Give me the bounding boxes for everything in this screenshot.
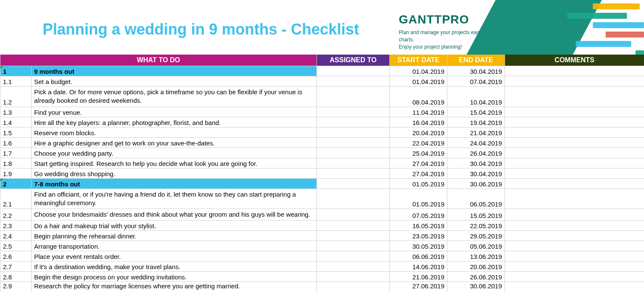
row-end-date: 21.04.2019 <box>447 127 505 137</box>
row-what: Arrange transportation. <box>32 241 317 251</box>
row-number: 1.6 <box>0 137 32 148</box>
table-header-row: WHAT TO DO ASSIGNED TO START DATE END DA… <box>0 55 644 66</box>
row-what: Go wedding dress shopping. <box>32 168 317 178</box>
section-row[interactable]: 19 months out01.04.201930.04.2019 <box>0 66 644 76</box>
table-row[interactable]: 1.9Go wedding dress shopping.27.04.20193… <box>0 168 644 178</box>
table-row[interactable]: 1.3Find your venue.11.04.201915.04.2019 <box>0 107 644 117</box>
row-start-date: 01.05.2019 <box>390 189 447 209</box>
brand-art <box>508 0 644 55</box>
row-comments <box>505 241 644 251</box>
table-row[interactable]: 1.5Reserve room blocks.20.04.201921.04.2… <box>0 127 644 137</box>
table-row[interactable]: 1.6Hire a graphic designer and get to wo… <box>0 137 644 148</box>
row-assigned <box>317 251 390 261</box>
header-area: Planning a wedding in 9 months - Checkli… <box>0 0 644 55</box>
row-end-date: 30.04.2019 <box>447 158 505 168</box>
row-number: 1.8 <box>0 158 32 168</box>
table-row[interactable]: 1.2Pick a date. Or for more venue option… <box>0 87 644 107</box>
col-header-what: WHAT TO DO <box>0 55 317 66</box>
row-comments <box>505 148 644 158</box>
row-comments <box>505 261 644 272</box>
row-what: Find your venue. <box>32 107 317 117</box>
row-assigned <box>317 137 390 148</box>
row-end-date: 13.06.2019 <box>447 251 505 261</box>
row-assigned <box>317 221 390 231</box>
row-comments <box>505 168 644 178</box>
row-end-date: 10.04.2019 <box>447 87 505 107</box>
row-end-date: 30.06.2019 <box>447 178 505 189</box>
row-number: 2 <box>0 178 32 189</box>
row-number: 2.1 <box>0 189 32 209</box>
row-assigned <box>317 241 390 251</box>
row-start-date: 14.06.2019 <box>390 261 447 272</box>
table-row[interactable]: 1.7Choose your wedding party.25.04.20192… <box>0 148 644 158</box>
row-end-date: 29.05.2019 <box>447 231 505 241</box>
row-assigned <box>317 148 390 158</box>
table-row[interactable]: 2.8Begin the design process on your wedd… <box>0 272 644 282</box>
row-what: 7-8 months out <box>32 178 317 189</box>
row-start-date: 30.05.2019 <box>390 241 447 251</box>
row-comments <box>505 87 644 107</box>
row-number: 1.1 <box>0 76 32 87</box>
row-what: Choose your bridesmaids' dresses and thi… <box>32 209 317 221</box>
table-row[interactable]: 1.4Hire all the key players: a planner, … <box>0 117 644 127</box>
row-assigned <box>317 127 390 137</box>
row-start-date: 01.05.2019 <box>390 178 447 189</box>
row-comments <box>505 127 644 137</box>
table-row[interactable]: 2.9Research the policy for marriage lice… <box>0 282 644 292</box>
row-what: Hire all the key players: a planner, pho… <box>32 117 317 127</box>
row-end-date: 19.04.2019 <box>447 117 505 127</box>
table-row[interactable]: 2.6Place your event rentals order.06.06.… <box>0 251 644 261</box>
row-start-date: 21.06.2019 <box>390 272 447 282</box>
row-start-date: 22.04.2019 <box>390 137 447 148</box>
row-start-date: 16.04.2019 <box>390 117 447 127</box>
row-assigned <box>317 87 390 107</box>
table-row[interactable]: 2.3Do a hair and makeup trial with your … <box>0 221 644 231</box>
col-header-comments: COMMENTS <box>505 55 644 66</box>
row-comments <box>505 272 644 282</box>
table-row[interactable]: 1.8Start getting inspired. Research to h… <box>0 158 644 168</box>
row-number: 2.8 <box>0 272 32 282</box>
row-what: 9 months out <box>32 66 317 76</box>
row-comments <box>505 66 644 76</box>
brand-panel: GANTTPRO Plan and manage your projects e… <box>388 0 644 55</box>
row-start-date: 11.04.2019 <box>390 107 447 117</box>
table-row[interactable]: 2.1Find an officiant, or if you're havin… <box>0 189 644 209</box>
row-start-date: 01.04.2019 <box>390 66 447 76</box>
row-comments <box>505 178 644 189</box>
row-comments <box>505 117 644 127</box>
row-end-date: 22.05.2019 <box>447 221 505 231</box>
row-comments <box>505 137 644 148</box>
row-end-date: 15.05.2019 <box>447 209 505 221</box>
row-comments <box>505 282 644 292</box>
table-row[interactable]: 2.7If it's a destination wedding, make y… <box>0 261 644 272</box>
col-header-end: END DATE <box>447 55 505 66</box>
row-start-date: 08.04.2019 <box>390 87 447 107</box>
row-number: 2.7 <box>0 261 32 272</box>
row-start-date: 06.06.2019 <box>390 251 447 261</box>
row-start-date: 20.04.2019 <box>390 127 447 137</box>
row-what: Start getting inspired. Research to help… <box>32 158 317 168</box>
row-start-date: 27.04.2019 <box>390 168 447 178</box>
row-assigned <box>317 231 390 241</box>
row-what: Begin planning the rehearsal dinner. <box>32 231 317 241</box>
row-number: 2.4 <box>0 231 32 241</box>
row-number: 1.4 <box>0 117 32 127</box>
table-row[interactable]: 1.1Set a budget.01.04.201907.04.2019 <box>0 76 644 87</box>
row-number: 2.9 <box>0 282 32 292</box>
row-end-date: 07.04.2019 <box>447 76 505 87</box>
col-header-assigned: ASSIGNED TO <box>317 55 390 66</box>
row-start-date: 23.05.2019 <box>390 231 447 241</box>
table-row[interactable]: 2.4Begin planning the rehearsal dinner.2… <box>0 231 644 241</box>
table-row[interactable]: 2.2Choose your bridesmaids' dresses and … <box>0 209 644 221</box>
row-comments <box>505 158 644 168</box>
row-number: 2.2 <box>0 209 32 221</box>
section-row[interactable]: 27-8 months out01.05.201930.06.2019 <box>0 178 644 189</box>
row-number: 2.3 <box>0 221 32 231</box>
row-start-date: 01.04.2019 <box>390 76 447 87</box>
row-assigned <box>317 107 390 117</box>
row-what: Hire a graphic designer and get to work … <box>32 137 317 148</box>
row-what: If it's a destination wedding, make your… <box>32 261 317 272</box>
row-number: 2.5 <box>0 241 32 251</box>
col-header-start: START DATE <box>390 55 447 66</box>
table-row[interactable]: 2.5Arrange transportation.30.05.201905.0… <box>0 241 644 251</box>
